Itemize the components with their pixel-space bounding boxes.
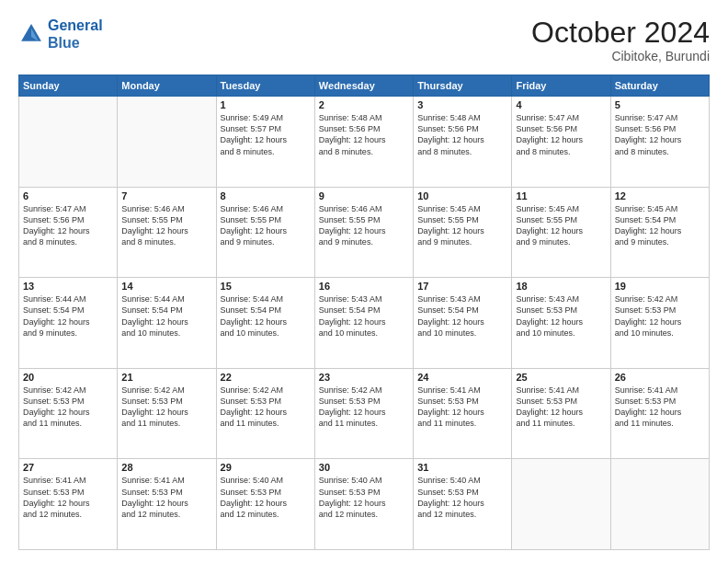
day-number: 21: [121, 372, 211, 383]
day-number: 13: [23, 281, 113, 292]
day-number: 1: [221, 99, 311, 110]
col-monday: Monday: [118, 75, 216, 97]
calendar-week-4: 27Sunrise: 5:41 AM Sunset: 5:53 PM Dayli…: [19, 459, 710, 550]
calendar-cell: 31Sunrise: 5:40 AM Sunset: 5:53 PM Dayli…: [414, 459, 512, 550]
cell-info: Sunrise: 5:46 AM Sunset: 5:55 PM Dayligh…: [319, 203, 409, 248]
calendar-cell: 8Sunrise: 5:46 AM Sunset: 5:55 PM Daylig…: [216, 187, 314, 278]
calendar-cell: 14Sunrise: 5:44 AM Sunset: 5:54 PM Dayli…: [118, 278, 216, 369]
col-sunday: Sunday: [19, 75, 118, 97]
day-number: 2: [319, 99, 409, 110]
cell-info: Sunrise: 5:45 AM Sunset: 5:54 PM Dayligh…: [615, 203, 705, 248]
calendar-cell: 25Sunrise: 5:41 AM Sunset: 5:53 PM Dayli…: [512, 368, 610, 459]
calendar-cell: 29Sunrise: 5:40 AM Sunset: 5:53 PM Dayli…: [216, 459, 314, 550]
calendar-cell: 16Sunrise: 5:43 AM Sunset: 5:54 PM Dayli…: [314, 278, 413, 369]
day-number: 28: [121, 462, 211, 473]
calendar-cell: 19Sunrise: 5:42 AM Sunset: 5:53 PM Dayli…: [610, 278, 709, 369]
calendar-cell: 4Sunrise: 5:47 AM Sunset: 5:56 PM Daylig…: [512, 97, 610, 188]
day-number: 16: [319, 281, 409, 292]
calendar-cell: 21Sunrise: 5:42 AM Sunset: 5:53 PM Dayli…: [118, 368, 216, 459]
day-number: 22: [221, 372, 311, 383]
day-number: 8: [221, 190, 311, 201]
calendar-cell: 1Sunrise: 5:49 AM Sunset: 5:57 PM Daylig…: [216, 97, 314, 188]
calendar-cell: 28Sunrise: 5:41 AM Sunset: 5:53 PM Dayli…: [118, 459, 216, 550]
cell-info: Sunrise: 5:49 AM Sunset: 5:57 PM Dayligh…: [221, 112, 311, 157]
cell-info: Sunrise: 5:46 AM Sunset: 5:55 PM Dayligh…: [221, 203, 311, 248]
calendar-cell: 12Sunrise: 5:45 AM Sunset: 5:54 PM Dayli…: [610, 187, 709, 278]
calendar-cell: 3Sunrise: 5:48 AM Sunset: 5:56 PM Daylig…: [414, 97, 512, 188]
day-number: 24: [417, 372, 507, 383]
calendar-body: 1Sunrise: 5:49 AM Sunset: 5:57 PM Daylig…: [19, 97, 710, 550]
calendar-header-row: Sunday Monday Tuesday Wednesday Thursday…: [19, 75, 710, 97]
cell-info: Sunrise: 5:40 AM Sunset: 5:53 PM Dayligh…: [221, 475, 311, 520]
calendar-cell: 18Sunrise: 5:43 AM Sunset: 5:53 PM Dayli…: [512, 278, 610, 369]
cell-info: Sunrise: 5:44 AM Sunset: 5:54 PM Dayligh…: [23, 293, 113, 339]
logo-text: General Blue: [48, 17, 103, 52]
day-number: 18: [516, 281, 606, 292]
day-number: 17: [417, 281, 507, 292]
cell-info: Sunrise: 5:41 AM Sunset: 5:53 PM Dayligh…: [417, 385, 507, 430]
calendar-cell: [118, 97, 216, 188]
col-tuesday: Tuesday: [216, 75, 314, 97]
cell-info: Sunrise: 5:48 AM Sunset: 5:56 PM Dayligh…: [417, 112, 507, 157]
cell-info: Sunrise: 5:44 AM Sunset: 5:54 PM Dayligh…: [121, 293, 211, 339]
calendar-cell: [512, 459, 610, 550]
logo: General Blue: [18, 17, 103, 52]
cell-info: Sunrise: 5:42 AM Sunset: 5:53 PM Dayligh…: [23, 385, 113, 430]
calendar-cell: 23Sunrise: 5:42 AM Sunset: 5:53 PM Dayli…: [314, 368, 413, 459]
cell-info: Sunrise: 5:47 AM Sunset: 5:56 PM Dayligh…: [615, 112, 705, 157]
calendar-cell: 27Sunrise: 5:41 AM Sunset: 5:53 PM Dayli…: [19, 459, 118, 550]
calendar-table: Sunday Monday Tuesday Wednesday Thursday…: [18, 75, 710, 550]
logo-line1: General: [48, 17, 103, 33]
calendar-cell: 15Sunrise: 5:44 AM Sunset: 5:54 PM Dayli…: [216, 278, 314, 369]
cell-info: Sunrise: 5:41 AM Sunset: 5:53 PM Dayligh…: [121, 475, 211, 520]
day-number: 31: [417, 462, 507, 473]
cell-info: Sunrise: 5:47 AM Sunset: 5:56 PM Dayligh…: [516, 112, 606, 157]
day-number: 19: [615, 281, 705, 292]
col-saturday: Saturday: [610, 75, 709, 97]
cell-info: Sunrise: 5:48 AM Sunset: 5:56 PM Dayligh…: [319, 112, 409, 157]
calendar-week-1: 6Sunrise: 5:47 AM Sunset: 5:56 PM Daylig…: [19, 187, 710, 278]
cell-info: Sunrise: 5:44 AM Sunset: 5:54 PM Dayligh…: [221, 293, 311, 339]
day-number: 15: [221, 281, 311, 292]
calendar-cell: 22Sunrise: 5:42 AM Sunset: 5:53 PM Dayli…: [216, 368, 314, 459]
calendar-cell: 26Sunrise: 5:41 AM Sunset: 5:53 PM Dayli…: [610, 368, 709, 459]
calendar-cell: 11Sunrise: 5:45 AM Sunset: 5:55 PM Dayli…: [512, 187, 610, 278]
cell-info: Sunrise: 5:42 AM Sunset: 5:53 PM Dayligh…: [221, 385, 311, 430]
calendar-cell: 7Sunrise: 5:46 AM Sunset: 5:55 PM Daylig…: [118, 187, 216, 278]
cell-info: Sunrise: 5:43 AM Sunset: 5:54 PM Dayligh…: [319, 293, 409, 339]
calendar-cell: 30Sunrise: 5:40 AM Sunset: 5:53 PM Dayli…: [314, 459, 413, 550]
calendar-cell: 10Sunrise: 5:45 AM Sunset: 5:55 PM Dayli…: [414, 187, 512, 278]
day-number: 25: [516, 372, 606, 383]
cell-info: Sunrise: 5:41 AM Sunset: 5:53 PM Dayligh…: [23, 475, 113, 520]
cell-info: Sunrise: 5:42 AM Sunset: 5:53 PM Dayligh…: [615, 293, 705, 339]
day-number: 3: [417, 99, 507, 110]
location-subtitle: Cibitoke, Burundi: [531, 49, 710, 63]
calendar-cell: 5Sunrise: 5:47 AM Sunset: 5:56 PM Daylig…: [610, 97, 709, 188]
day-number: 26: [615, 372, 705, 383]
day-number: 11: [516, 190, 606, 201]
day-number: 12: [615, 190, 705, 201]
day-number: 9: [319, 190, 409, 201]
day-number: 4: [516, 99, 606, 110]
day-number: 10: [417, 190, 507, 201]
calendar-cell: 2Sunrise: 5:48 AM Sunset: 5:56 PM Daylig…: [314, 97, 413, 188]
calendar-cell: [610, 459, 709, 550]
day-number: 23: [319, 372, 409, 383]
cell-info: Sunrise: 5:46 AM Sunset: 5:55 PM Dayligh…: [121, 203, 211, 248]
calendar-cell: 20Sunrise: 5:42 AM Sunset: 5:53 PM Dayli…: [19, 368, 118, 459]
month-title: October 2024: [531, 17, 710, 49]
cell-info: Sunrise: 5:45 AM Sunset: 5:55 PM Dayligh…: [516, 203, 606, 248]
cell-info: Sunrise: 5:40 AM Sunset: 5:53 PM Dayligh…: [319, 475, 409, 520]
logo-line2: Blue: [48, 34, 103, 52]
cell-info: Sunrise: 5:45 AM Sunset: 5:55 PM Dayligh…: [417, 203, 507, 248]
cell-info: Sunrise: 5:43 AM Sunset: 5:54 PM Dayligh…: [417, 293, 507, 339]
cell-info: Sunrise: 5:42 AM Sunset: 5:53 PM Dayligh…: [319, 385, 409, 430]
col-thursday: Thursday: [414, 75, 512, 97]
day-number: 5: [615, 99, 705, 110]
cell-info: Sunrise: 5:43 AM Sunset: 5:53 PM Dayligh…: [516, 293, 606, 339]
calendar-week-3: 20Sunrise: 5:42 AM Sunset: 5:53 PM Dayli…: [19, 368, 710, 459]
cell-info: Sunrise: 5:41 AM Sunset: 5:53 PM Dayligh…: [516, 385, 606, 430]
cell-info: Sunrise: 5:40 AM Sunset: 5:53 PM Dayligh…: [417, 475, 507, 520]
calendar-cell: [19, 97, 118, 188]
cell-info: Sunrise: 5:47 AM Sunset: 5:56 PM Dayligh…: [23, 203, 113, 248]
